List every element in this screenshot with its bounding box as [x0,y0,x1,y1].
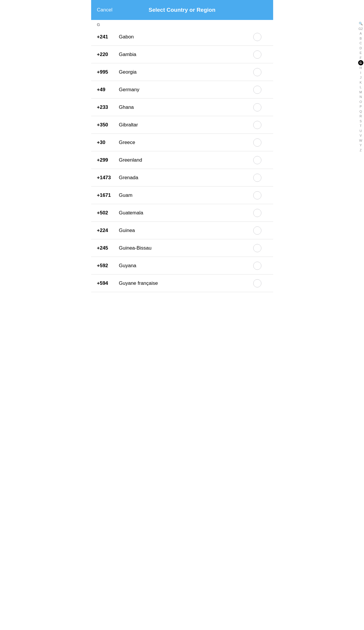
app-header: Cancel Select Country or Region [91,0,273,20]
country-name: Guatemala [119,210,253,216]
country-name: Guyana [119,263,253,269]
country-name: Germany [119,87,253,93]
country-item[interactable]: +1671Guam [91,187,273,204]
country-list: +241Gabon+220Gambia+995Georgia+49Germany… [91,28,273,292]
country-code: +594 [97,280,119,286]
country-name: Guyane française [119,280,253,286]
country-item[interactable]: +1473Grenada [91,169,273,187]
country-name: Gambia [119,52,253,57]
radio-button[interactable] [253,68,261,76]
country-code: +592 [97,263,119,269]
radio-button[interactable] [253,174,261,182]
country-name: Guinea [119,228,253,233]
radio-button[interactable] [253,86,261,94]
radio-button[interactable] [253,209,261,217]
country-item[interactable]: +299Greenland [91,151,273,169]
country-code: +502 [97,210,119,216]
radio-button[interactable] [253,50,261,59]
country-item[interactable]: +594Guyane française [91,275,273,292]
country-code: +350 [97,122,119,128]
country-name: Gabon [119,34,253,40]
radio-button[interactable] [253,33,261,41]
country-name: Guam [119,192,253,198]
radio-button[interactable] [253,138,261,147]
country-name: Greece [119,140,253,145]
radio-button[interactable] [253,244,261,252]
radio-button[interactable] [253,226,261,235]
section-header-g: G [91,20,273,28]
country-item[interactable]: +224Guinea [91,222,273,239]
page-title: Select Country or Region [149,7,215,13]
country-name: Ghana [119,104,253,110]
country-code: +30 [97,140,119,145]
country-name: Gibraltar [119,122,253,128]
country-item[interactable]: +220Gambia [91,46,273,63]
country-item[interactable]: +241Gabon [91,28,273,46]
country-item[interactable]: +502Guatemala [91,204,273,222]
country-code: +49 [97,87,119,93]
country-name: Greenland [119,157,253,163]
country-item[interactable]: +245Guinea-Bissau [91,239,273,257]
country-name: Georgia [119,69,253,75]
radio-button[interactable] [253,156,261,164]
country-code: +245 [97,245,119,251]
country-code: +1671 [97,192,119,198]
country-name: Grenada [119,175,253,181]
country-item[interactable]: +592Guyana [91,257,273,275]
country-code: +233 [97,104,119,110]
radio-button[interactable] [253,191,261,199]
country-item[interactable]: +350Gibraltar [91,116,273,134]
country-item[interactable]: +30Greece [91,134,273,151]
country-code: +299 [97,157,119,163]
radio-button[interactable] [253,121,261,129]
radio-button[interactable] [253,279,261,287]
cancel-button[interactable]: Cancel [97,7,113,13]
country-code: +241 [97,34,119,40]
radio-button[interactable] [253,262,261,270]
country-code: +220 [97,52,119,57]
country-code: +1473 [97,175,119,181]
country-item[interactable]: +49Germany [91,81,273,99]
radio-button[interactable] [253,103,261,111]
country-item[interactable]: +995Georgia [91,63,273,81]
country-code: +995 [97,69,119,75]
country-item[interactable]: +233Ghana [91,99,273,116]
country-code: +224 [97,228,119,233]
country-name: Guinea-Bissau [119,245,253,251]
